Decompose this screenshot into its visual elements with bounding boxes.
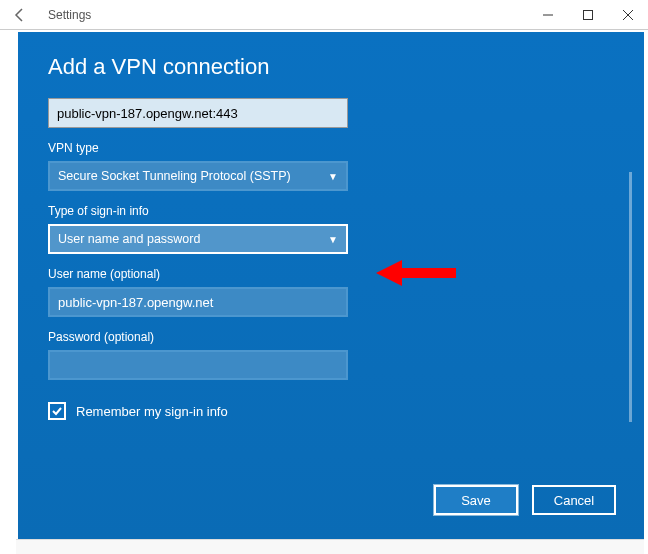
close-icon bbox=[623, 10, 633, 20]
svg-rect-1 bbox=[584, 11, 593, 20]
footer bbox=[16, 539, 644, 554]
window-controls bbox=[528, 0, 648, 30]
arrow-left-icon bbox=[12, 7, 28, 23]
signin-type-value: User name and password bbox=[58, 232, 200, 246]
connection-name-input[interactable] bbox=[48, 98, 348, 128]
save-button[interactable]: Save bbox=[434, 485, 518, 515]
signin-type-select[interactable]: User name and password ▼ bbox=[48, 224, 348, 254]
back-button[interactable] bbox=[8, 3, 32, 27]
add-vpn-modal: Add a VPN connection VPN type Secure Soc… bbox=[18, 32, 644, 539]
scrollbar[interactable] bbox=[629, 172, 632, 422]
vpn-type-value: Secure Socket Tunneling Protocol (SSTP) bbox=[58, 169, 291, 183]
password-input[interactable] bbox=[48, 350, 348, 380]
password-label: Password (optional) bbox=[48, 330, 614, 344]
chevron-down-icon: ▼ bbox=[328, 234, 338, 245]
remember-checkbox[interactable] bbox=[48, 402, 66, 420]
checkmark-icon bbox=[51, 405, 63, 417]
close-button[interactable] bbox=[608, 0, 648, 30]
minimize-button[interactable] bbox=[528, 0, 568, 30]
maximize-icon bbox=[583, 10, 593, 20]
titlebar: Settings bbox=[0, 0, 648, 30]
dialog-buttons: Save Cancel bbox=[434, 485, 616, 515]
window-title: Settings bbox=[48, 8, 91, 22]
remember-checkbox-row[interactable]: Remember my sign-in info bbox=[48, 402, 614, 420]
vpn-type-label: VPN type bbox=[48, 141, 614, 155]
minimize-icon bbox=[543, 10, 553, 20]
modal-heading: Add a VPN connection bbox=[48, 54, 614, 80]
remember-label: Remember my sign-in info bbox=[76, 404, 228, 419]
signin-type-label: Type of sign-in info bbox=[48, 204, 614, 218]
chevron-down-icon: ▼ bbox=[328, 171, 338, 182]
cancel-button[interactable]: Cancel bbox=[532, 485, 616, 515]
username-input[interactable] bbox=[48, 287, 348, 317]
maximize-button[interactable] bbox=[568, 0, 608, 30]
vpn-type-select[interactable]: Secure Socket Tunneling Protocol (SSTP) … bbox=[48, 161, 348, 191]
username-label: User name (optional) bbox=[48, 267, 614, 281]
